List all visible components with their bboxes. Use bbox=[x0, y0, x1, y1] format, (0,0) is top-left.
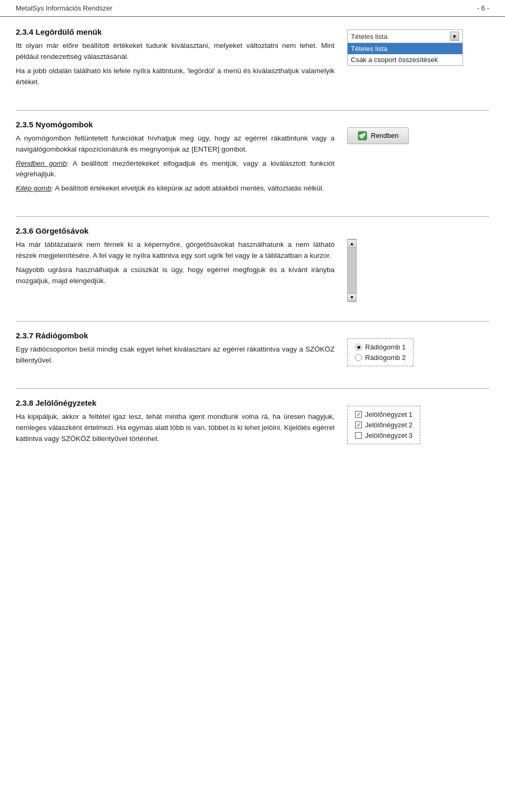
section-radiogombok: 2.3.7 Rádiógombok Egy rádiócsoporton bel… bbox=[16, 331, 489, 379]
dropdown-option-selected[interactable]: Tételes lista bbox=[348, 43, 462, 54]
header-title: MetalSys Információs Rendszer bbox=[16, 4, 113, 12]
checkbox-label-1: Jelölőnégyzet 1 bbox=[365, 410, 412, 418]
radio-item-1[interactable]: Rádiógomb 1 bbox=[355, 343, 406, 351]
widget-col-button: Rendben bbox=[347, 120, 489, 144]
dropdown-header-row: Tételes lista ▼ bbox=[348, 30, 462, 43]
itt-text: Itt bbox=[16, 42, 26, 49]
main-content: 2.3.4 Legördülő menük Itt olyan már előr… bbox=[0, 17, 505, 477]
scrollbar-widget[interactable]: ▲ ▼ bbox=[347, 239, 357, 302]
text-col-nyomogombok: 2.3.5 Nyomógombok A nyomógombon feltünte… bbox=[16, 120, 347, 198]
kilep-gomb-label: Kilép gomb bbox=[16, 184, 52, 192]
scroll-down-icon: ▼ bbox=[350, 295, 355, 300]
radio-label-1: Rádiógomb 1 bbox=[365, 343, 406, 351]
checkbox-label-2: Jelölőnégyzet 2 bbox=[365, 421, 412, 429]
heading-nyomogombok: 2.3.5 Nyomógombok bbox=[16, 120, 335, 129]
section-jelolonegyzetek: 2.3.8 Jelölőnégyzetek Ha kipipáljuk, akk… bbox=[16, 398, 489, 457]
text-col-leguerdulo: 2.3.4 Legördülő menük Itt olyan már előr… bbox=[16, 27, 347, 91]
checkbox-box-2[interactable] bbox=[355, 422, 362, 428]
text-col-jelolonegyzetek: 2.3.8 Jelölőnégyzetek Ha kipipáljuk, akk… bbox=[16, 398, 347, 448]
radio-group: Rádiógomb 1 Rádiógomb 2 bbox=[347, 338, 413, 366]
page-header: MetalSys Információs Rendszer - 6 - bbox=[0, 0, 505, 17]
widget-col-checkbox: Jelölőnégyzet 1 Jelölőnégyzet 2 Jelölőné… bbox=[347, 398, 489, 444]
scroll-down-button[interactable]: ▼ bbox=[347, 293, 357, 302]
heading-jelolonegyzetek: 2.3.8 Jelölőnégyzetek bbox=[16, 398, 335, 407]
rendben-button-label: Rendben bbox=[371, 132, 399, 139]
dropdown-option-2[interactable]: Csak a csoport összesítések bbox=[348, 54, 462, 65]
text-col-gorgetosavok: 2.3.6 Görgetősávok Ha már táblázataink n… bbox=[16, 226, 347, 290]
radio-item-2[interactable]: Rádiógomb 2 bbox=[355, 354, 406, 362]
dropdown-arrow-button[interactable]: ▼ bbox=[450, 32, 459, 41]
scroll-up-button[interactable]: ▲ bbox=[347, 239, 357, 248]
heading-radiogombok: 2.3.7 Rádiógombok bbox=[16, 331, 335, 340]
rendben-icon bbox=[357, 131, 368, 141]
text-col-radiogombok: 2.3.7 Rádiógombok Egy rádiócsoporton bel… bbox=[16, 331, 347, 369]
dropdown-header-label: Tételes lista bbox=[351, 33, 387, 41]
scroll-track[interactable] bbox=[348, 248, 356, 293]
section-nyomogombok: 2.3.5 Nyomógombok A nyomógombon feltünte… bbox=[16, 120, 489, 207]
widget-col-scrollbar: ▲ ▼ bbox=[347, 226, 489, 302]
divider-2 bbox=[16, 216, 489, 217]
section-leguerdulo: 2.3.4 Legördülő menük Itt olyan már előr… bbox=[16, 27, 489, 101]
checkbox-group: Jelölőnégyzet 1 Jelölőnégyzet 2 Jelölőné… bbox=[347, 406, 420, 444]
heading-gorgetosavok: 2.3.6 Görgetősávok bbox=[16, 226, 335, 235]
section-gorgetosavok: 2.3.6 Görgetősávok Ha már táblázataink n… bbox=[16, 226, 489, 312]
mint-text: Mint bbox=[321, 42, 335, 49]
divider-1 bbox=[16, 110, 489, 111]
page-number: - 6 - bbox=[477, 4, 489, 12]
rendben-gomb-label: Rendben gomb bbox=[16, 159, 67, 167]
widget-col-dropdown: Tételes lista ▼ Tételes lista Csak a cso… bbox=[347, 27, 489, 66]
para-jelolonegyzetek-1: Ha kipipáljuk, akkor a feltétel igaz les… bbox=[16, 412, 335, 445]
dropdown-widget[interactable]: Tételes lista ▼ Tételes lista Csak a cso… bbox=[347, 29, 463, 66]
scroll-up-icon: ▲ bbox=[350, 241, 355, 246]
para-gorgetosavok-1: Ha már táblázataink nem férnek ki a képe… bbox=[16, 239, 335, 262]
para-nyomogombok-1: A nyomógombon feltüntetett funkciókat hí… bbox=[16, 133, 335, 155]
para-leguerdulo-2: Ha a jobb oldalán található kis lefele n… bbox=[16, 66, 335, 88]
checkbox-box-1[interactable] bbox=[355, 411, 362, 418]
divider-4 bbox=[16, 388, 489, 389]
checkbox-item-1[interactable]: Jelölőnégyzet 1 bbox=[355, 410, 412, 418]
heading-leguerdulo: 2.3.4 Legördülő menük bbox=[16, 27, 335, 36]
widget-col-radio: Rádiógomb 1 Rádiógomb 2 bbox=[347, 331, 489, 366]
para-radiogombok-1: Egy rádiócsoporton belül mindig csak egy… bbox=[16, 344, 335, 366]
checkbox-label-3: Jelölőnégyzet 3 bbox=[365, 432, 412, 439]
para-leguerdulo-1: Itt olyan már előre beállított értékeket… bbox=[16, 41, 335, 63]
radio-circle-2[interactable] bbox=[355, 354, 362, 361]
checkbox-item-2[interactable]: Jelölőnégyzet 2 bbox=[355, 421, 412, 429]
checkbox-box-3[interactable] bbox=[355, 432, 362, 439]
para-gorgetosavok-2: Nagyobb ugrásra használhatjuk a csúszkát… bbox=[16, 265, 335, 287]
para-nyomogombok-3: Kilép gomb: A beállított értékeket elvet… bbox=[16, 183, 335, 194]
dropdown-arrow-icon: ▼ bbox=[452, 34, 457, 39]
checkbox-item-3[interactable]: Jelölőnégyzet 3 bbox=[355, 432, 412, 439]
para-nyomogombok-2: Rendben gomb: A beállított mezőértékeket… bbox=[16, 158, 335, 181]
divider-3 bbox=[16, 321, 489, 322]
radio-circle-1[interactable] bbox=[355, 344, 362, 350]
rendben-button[interactable]: Rendben bbox=[347, 127, 409, 144]
radio-label-2: Rádiógomb 2 bbox=[365, 354, 406, 362]
